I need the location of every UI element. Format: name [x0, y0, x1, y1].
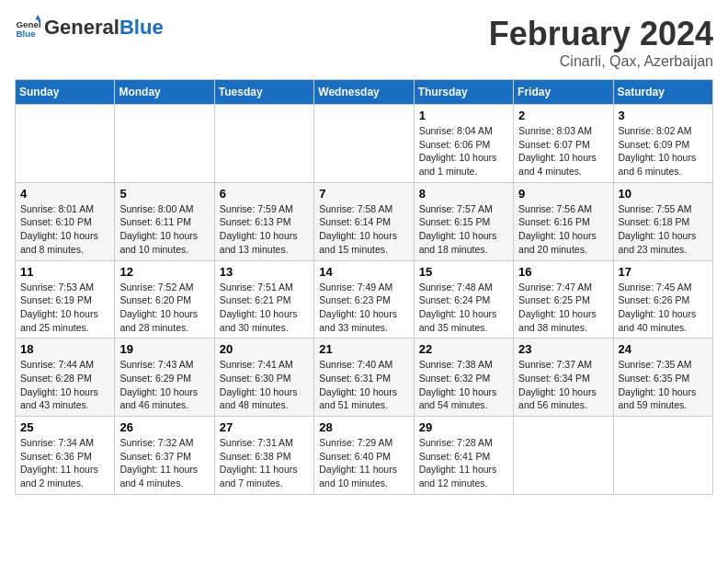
- day-number: 24: [619, 342, 708, 356]
- day-number: 4: [20, 187, 109, 201]
- calendar-cell: 12Sunrise: 7:52 AMSunset: 6:20 PMDayligh…: [115, 260, 214, 339]
- day-number: 15: [419, 265, 508, 279]
- day-number: 11: [20, 265, 109, 279]
- day-info: Sunrise: 7:43 AMSunset: 6:29 PMDaylight:…: [119, 358, 209, 412]
- day-info: Sunrise: 8:04 AMSunset: 6:06 PMDaylight:…: [419, 124, 508, 178]
- day-number: 10: [619, 187, 708, 201]
- svg-text:Blue: Blue: [16, 29, 36, 39]
- day-number: 20: [220, 342, 309, 356]
- day-number: 16: [518, 265, 608, 279]
- day-info: Sunrise: 7:37 AMSunset: 6:34 PMDaylight:…: [518, 358, 608, 412]
- page-header: General Blue GeneralBlue February 2024 C…: [15, 15, 713, 70]
- day-info: Sunrise: 7:34 AMSunset: 6:36 PMDaylight:…: [20, 436, 109, 490]
- day-number: 23: [518, 342, 608, 356]
- day-number: 14: [319, 265, 408, 279]
- day-header: Tuesday: [214, 80, 313, 105]
- calendar-cell: 7Sunrise: 7:58 AMSunset: 6:14 PMDaylight…: [314, 182, 414, 260]
- day-info: Sunrise: 7:51 AMSunset: 6:21 PMDaylight:…: [220, 281, 309, 335]
- day-number: 8: [419, 187, 508, 201]
- day-header: Wednesday: [314, 80, 414, 105]
- day-info: Sunrise: 8:02 AMSunset: 6:09 PMDaylight:…: [619, 124, 708, 178]
- calendar-cell: 13Sunrise: 7:51 AMSunset: 6:21 PMDayligh…: [214, 260, 313, 339]
- calendar-cell: 24Sunrise: 7:35 AMSunset: 6:35 PMDayligh…: [613, 339, 712, 417]
- calendar-cell: [314, 105, 414, 183]
- day-header: Sunday: [16, 80, 115, 105]
- calendar-cell: 23Sunrise: 7:37 AMSunset: 6:34 PMDayligh…: [514, 339, 613, 417]
- day-info: Sunrise: 7:49 AMSunset: 6:23 PMDaylight:…: [319, 281, 408, 335]
- day-number: 22: [419, 342, 508, 356]
- calendar-cell: 16Sunrise: 7:47 AMSunset: 6:25 PMDayligh…: [514, 260, 613, 339]
- calendar-week-row: 4Sunrise: 8:01 AMSunset: 6:10 PMDaylight…: [16, 182, 713, 260]
- logo-icon: General Blue: [15, 15, 40, 40]
- calendar-cell: [115, 105, 214, 183]
- calendar-cell: 18Sunrise: 7:44 AMSunset: 6:28 PMDayligh…: [16, 339, 115, 417]
- day-info: Sunrise: 7:47 AMSunset: 6:25 PMDaylight:…: [518, 281, 608, 335]
- title-block: February 2024 Cinarli, Qax, Azerbaijan: [489, 15, 713, 70]
- calendar-week-row: 11Sunrise: 7:53 AMSunset: 6:19 PMDayligh…: [16, 260, 713, 339]
- calendar-cell: [613, 417, 712, 495]
- calendar-cell: 26Sunrise: 7:32 AMSunset: 6:37 PMDayligh…: [115, 417, 214, 495]
- calendar-week-row: 1Sunrise: 8:04 AMSunset: 6:06 PMDaylight…: [16, 105, 713, 183]
- calendar-cell: 10Sunrise: 7:55 AMSunset: 6:18 PMDayligh…: [613, 182, 712, 260]
- calendar-table: SundayMondayTuesdayWednesdayThursdayFrid…: [15, 79, 713, 495]
- day-info: Sunrise: 7:56 AMSunset: 6:16 PMDaylight:…: [518, 202, 608, 257]
- day-info: Sunrise: 7:40 AMSunset: 6:31 PMDaylight:…: [319, 358, 408, 412]
- day-number: 18: [20, 342, 109, 356]
- day-info: Sunrise: 7:32 AMSunset: 6:37 PMDaylight:…: [119, 436, 209, 490]
- day-info: Sunrise: 7:29 AMSunset: 6:40 PMDaylight:…: [319, 436, 408, 490]
- calendar-body: 1Sunrise: 8:04 AMSunset: 6:06 PMDaylight…: [16, 105, 713, 495]
- calendar-cell: [16, 105, 115, 183]
- day-info: Sunrise: 7:59 AMSunset: 6:13 PMDaylight:…: [220, 202, 309, 257]
- day-header: Monday: [115, 80, 214, 105]
- day-header: Saturday: [613, 80, 712, 105]
- day-info: Sunrise: 7:57 AMSunset: 6:15 PMDaylight:…: [419, 202, 508, 257]
- day-info: Sunrise: 8:03 AMSunset: 6:07 PMDaylight:…: [518, 124, 608, 178]
- day-number: 26: [119, 420, 209, 434]
- calendar-week-row: 25Sunrise: 7:34 AMSunset: 6:36 PMDayligh…: [16, 417, 713, 495]
- calendar-cell: 6Sunrise: 7:59 AMSunset: 6:13 PMDaylight…: [214, 182, 313, 260]
- day-info: Sunrise: 7:44 AMSunset: 6:28 PMDaylight:…: [20, 358, 109, 412]
- day-number: 2: [518, 109, 608, 122]
- day-number: 25: [20, 420, 109, 434]
- day-number: 3: [619, 109, 708, 122]
- day-number: 28: [319, 420, 408, 434]
- day-info: Sunrise: 7:48 AMSunset: 6:24 PMDaylight:…: [419, 281, 508, 335]
- calendar-cell: 1Sunrise: 8:04 AMSunset: 6:06 PMDaylight…: [414, 105, 513, 183]
- calendar-cell: 22Sunrise: 7:38 AMSunset: 6:32 PMDayligh…: [414, 339, 513, 417]
- day-info: Sunrise: 7:35 AMSunset: 6:35 PMDaylight:…: [619, 358, 708, 412]
- day-info: Sunrise: 7:45 AMSunset: 6:26 PMDaylight:…: [619, 281, 708, 335]
- calendar-cell: 19Sunrise: 7:43 AMSunset: 6:29 PMDayligh…: [115, 339, 214, 417]
- day-number: 21: [319, 342, 408, 356]
- calendar-week-row: 18Sunrise: 7:44 AMSunset: 6:28 PMDayligh…: [16, 339, 713, 417]
- calendar-cell: 21Sunrise: 7:40 AMSunset: 6:31 PMDayligh…: [314, 339, 414, 417]
- calendar-header-row: SundayMondayTuesdayWednesdayThursdayFrid…: [16, 80, 713, 105]
- day-info: Sunrise: 7:31 AMSunset: 6:38 PMDaylight:…: [220, 436, 309, 490]
- calendar-cell: [214, 105, 313, 183]
- day-info: Sunrise: 8:01 AMSunset: 6:10 PMDaylight:…: [20, 202, 109, 257]
- logo: General Blue GeneralBlue: [15, 15, 164, 40]
- calendar-cell: [514, 417, 613, 495]
- calendar-cell: 4Sunrise: 8:01 AMSunset: 6:10 PMDaylight…: [16, 182, 115, 260]
- calendar-cell: 28Sunrise: 7:29 AMSunset: 6:40 PMDayligh…: [314, 417, 414, 495]
- day-info: Sunrise: 7:55 AMSunset: 6:18 PMDaylight:…: [619, 202, 708, 257]
- day-number: 12: [119, 265, 209, 279]
- calendar-cell: 5Sunrise: 8:00 AMSunset: 6:11 PMDaylight…: [115, 182, 214, 260]
- day-number: 1: [419, 109, 508, 122]
- subtitle: Cinarli, Qax, Azerbaijan: [489, 53, 713, 70]
- main-title: February 2024: [489, 15, 713, 53]
- day-info: Sunrise: 7:58 AMSunset: 6:14 PMDaylight:…: [319, 202, 408, 257]
- day-info: Sunrise: 7:52 AMSunset: 6:20 PMDaylight:…: [119, 281, 209, 335]
- calendar-cell: 29Sunrise: 7:28 AMSunset: 6:41 PMDayligh…: [414, 417, 513, 495]
- day-info: Sunrise: 7:53 AMSunset: 6:19 PMDaylight:…: [20, 281, 109, 335]
- day-number: 29: [419, 420, 508, 434]
- calendar-cell: 2Sunrise: 8:03 AMSunset: 6:07 PMDaylight…: [514, 105, 613, 183]
- calendar-cell: 25Sunrise: 7:34 AMSunset: 6:36 PMDayligh…: [16, 417, 115, 495]
- day-number: 27: [220, 420, 309, 434]
- calendar-cell: 17Sunrise: 7:45 AMSunset: 6:26 PMDayligh…: [613, 260, 712, 339]
- day-header: Thursday: [414, 80, 513, 105]
- day-number: 5: [119, 187, 209, 201]
- svg-marker-2: [35, 15, 40, 20]
- logo-text: GeneralBlue: [44, 17, 164, 39]
- calendar-cell: 27Sunrise: 7:31 AMSunset: 6:38 PMDayligh…: [214, 417, 313, 495]
- calendar-cell: 15Sunrise: 7:48 AMSunset: 6:24 PMDayligh…: [414, 260, 513, 339]
